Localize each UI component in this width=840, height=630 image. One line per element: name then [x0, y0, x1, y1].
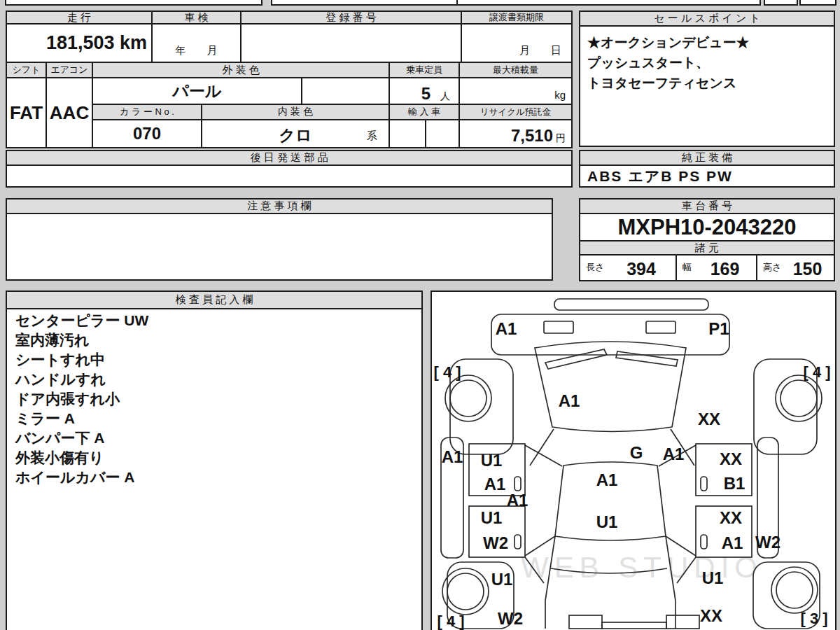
mileage-value: 181,503 km: [6, 23, 153, 63]
inspector-notes-header: 検 査 員 記 入 欄: [6, 290, 423, 309]
sales-points-header: セ ー ル ス ポ イ ン ト: [579, 10, 835, 27]
spec-height-label: 高さ: [763, 261, 781, 274]
max-load-value: kg: [458, 77, 573, 105]
later-parts-header: 後 日 発 送 部 品: [6, 150, 573, 166]
later-parts-value: [6, 164, 573, 188]
interior-color-header: 内 装 色: [201, 104, 390, 120]
code-fender-rear-left: U1: [491, 570, 513, 589]
exterior-color-value: パール: [92, 77, 302, 105]
top-partial-cell: [456, 0, 761, 6]
code-door-rear-left-lower: W2: [483, 533, 508, 552]
top-partial-cell: [764, 0, 798, 6]
inspector-note-line: センターピラー UW: [15, 311, 407, 330]
inspector-note-line: ホイールカバー A: [15, 468, 407, 487]
notes-header: 注 意 事 項 欄: [6, 198, 553, 214]
genuine-equipment-value: ABS エアB PS PW: [579, 164, 835, 188]
code-door-rear-right-lower: A1: [722, 533, 743, 552]
code-cowl-right: G: [630, 443, 643, 462]
inspector-note-line: ミラー A: [15, 409, 407, 428]
spec-length-label: 長さ: [586, 261, 604, 274]
code-front-bumper-left: A1: [496, 319, 517, 338]
code-pillar-center-left: A1: [507, 491, 528, 510]
spec-length-value: 394: [607, 259, 676, 279]
diagram-watermark: WEB STUDIO: [521, 551, 763, 584]
sales-point-line: ★オークションデビュー★: [587, 32, 827, 52]
code-tire-rear-left: [ 4 ]: [437, 612, 464, 630]
import-cell-divider: [425, 120, 426, 147]
inspector-notes-list: センターピラー UW 室内薄汚れ シートすれ中 ハンドルすれ ドア内張すれ小 ミ…: [15, 311, 407, 487]
chassis-number-header: 車 台 番 号: [579, 198, 835, 214]
capacity-unit: 人: [440, 90, 450, 103]
spec-width-value: 169: [694, 259, 756, 279]
notes-value: [6, 213, 553, 281]
recycle-fee-header: リサイクル預託金: [458, 104, 573, 120]
auction-sheet: 走 行 車 検 登 録 番 号 譲渡書類期限 181,503 km 年 月 月 …: [0, 0, 840, 630]
code-tire-front-left: [ 4 ]: [433, 363, 461, 381]
color-no-header: カ ラ ー N o .: [92, 104, 202, 120]
recycle-fee-value: 7,510円: [458, 119, 573, 148]
registration-value: [240, 23, 462, 63]
code-door-front-left-lower: A1: [484, 475, 506, 493]
code-roof: A1: [596, 470, 618, 489]
inspection-value: 年 月: [151, 23, 241, 63]
code-hood: A1: [559, 391, 580, 410]
mileage-header: 走 行: [6, 10, 153, 24]
chassis-number-value: MXPH10-2043220: [579, 213, 835, 241]
code-pillar-front-right: A1: [663, 444, 685, 463]
capacity-number: 5: [421, 84, 430, 104]
interior-color-suffix: 系: [367, 130, 377, 143]
code-door-rear-right-upper: XX: [720, 508, 742, 527]
exterior-color-header: 外 装 色: [92, 62, 390, 78]
transfer-deadline-value: 月 日: [461, 23, 573, 63]
code-door-front-right-upper: XX: [720, 449, 742, 468]
transfer-deadline-header: 譲渡書類期限: [461, 10, 573, 24]
exterior-color-extra: [301, 77, 390, 105]
spec-length: 長さ 394: [579, 254, 677, 281]
sales-point-line: トヨタセーフティセンス: [587, 73, 827, 93]
code-rocker-left: A1: [442, 447, 463, 466]
aircon-header: エアコン: [46, 62, 93, 78]
genuine-equipment-header: 純 正 装 備: [579, 150, 835, 166]
shift-value: FAT: [6, 77, 47, 148]
code-door-front-right-lower: B1: [724, 474, 746, 493]
interior-color-value: クロ 系: [201, 119, 390, 148]
capacity-header: 乗車定員: [388, 62, 460, 78]
inspector-note-line: 外装小傷有り: [15, 448, 407, 468]
import-header: 輸 入 車: [388, 104, 460, 120]
code-rocker-right: W2: [755, 533, 780, 552]
code-tire-front-right: [ 4 ]: [803, 363, 830, 381]
code-roof-rear: U1: [596, 512, 618, 531]
code-fender-rear-left-lower: W2: [498, 609, 523, 628]
top-partial-cell: [271, 0, 458, 6]
code-fender-rear-right: U1: [702, 568, 724, 587]
top-partial-cell: [5, 0, 262, 6]
spec-width: 幅 169: [676, 254, 757, 281]
inspection-header: 車 検: [151, 10, 241, 24]
spec-height-value: 150: [781, 259, 834, 279]
inspector-note-line: バンパー下 A: [15, 428, 407, 448]
sales-point-line: プッシュスタート、: [587, 52, 827, 73]
max-load-header: 最大積載量: [458, 62, 573, 78]
code-front-bumper-right: P1: [708, 319, 729, 338]
inspector-note-line: ドア内張すれ小: [15, 389, 407, 409]
import-value: [388, 119, 460, 148]
code-fender-rear-right-lower: XX: [700, 606, 722, 625]
aircon-value: AAC: [46, 77, 93, 148]
inspector-note-line: 室内薄汚れ: [15, 330, 407, 350]
capacity-value: 5人: [388, 77, 460, 105]
inspector-note-line: シートすれ中: [15, 350, 407, 370]
color-no-value: 070: [92, 119, 202, 148]
top-partial-cell: [799, 0, 836, 6]
registration-header: 登 録 番 号: [240, 10, 462, 24]
code-door-front-left-upper: U1: [481, 451, 503, 470]
code-fender-front-right: XX: [698, 410, 720, 428]
interior-color-name: クロ: [202, 125, 388, 146]
code-tire-rear-right: [ 3 ]: [800, 610, 827, 627]
specs-header: 諸 元: [579, 240, 835, 255]
code-door-rear-left-upper: U1: [481, 508, 503, 527]
sales-points-body: ★オークションデビュー★ プッシュスタート、 トヨタセーフティセンス: [579, 25, 835, 147]
shift-header: シフト: [6, 62, 47, 78]
spec-height: 高さ 150: [756, 254, 835, 281]
recycle-fee-number: 7,510: [511, 126, 553, 146]
recycle-fee-unit: 円: [556, 132, 566, 145]
